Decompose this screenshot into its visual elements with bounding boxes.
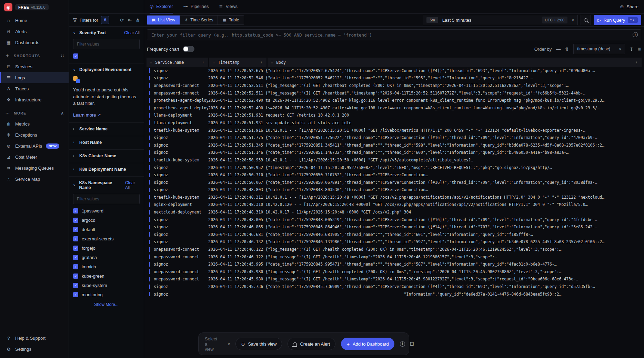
log-row[interactable]: onepassword-connect 2026-04-11 17:20:52.… <box>147 89 642 97</box>
filter-query-input[interactable] <box>147 29 641 40</box>
namespace-checkbox-row[interactable]: ✓ immich <box>73 264 140 269</box>
checkbox-checked-icon[interactable]: ✓ <box>73 246 78 251</box>
sidebar-item[interactable]: ⊚ External APIs NEW <box>0 140 69 151</box>
section-title[interactable]: K8s Namespace Name <box>79 180 122 190</box>
severity-checkbox-row[interactable]: ✓ <box>73 53 140 59</box>
save-view-button[interactable]: ⊙ Save this view <box>235 338 282 350</box>
sidebar-item[interactable]: ❖ Infrastructure <box>0 94 69 105</box>
log-row[interactable]: nextcloud-deployment 2026-04-11 17:20:48… <box>147 208 642 216</box>
sidebar-item[interactable]: ▦ Dashboards <box>0 37 69 48</box>
sidebar-item[interactable]: ⚙ Settings <box>0 344 69 355</box>
sidebar-item[interactable]: ⌂ Home <box>0 15 69 26</box>
checkbox-checked-icon[interactable]: ✓ <box>73 283 78 288</box>
add-to-dashboard-button[interactable]: + Add to Dashboard <box>341 338 394 350</box>
checkbox-checked-icon[interactable]: ✓ <box>73 208 78 213</box>
chevron-down-icon[interactable]: ∨ <box>73 68 77 72</box>
section-title[interactable]: Deployment Environment <box>79 67 131 72</box>
log-row[interactable]: nginx-deployment 2026-04-11 17:20:48.310… <box>147 201 642 209</box>
log-row[interactable]: prometheus-agent-deployment 2026-04-11 1… <box>147 97 642 104</box>
top-tab[interactable]: ◎ Explorer <box>150 0 173 13</box>
chevron-down-icon[interactable]: ∨ <box>73 31 77 35</box>
frequency-chart-toggle[interactable] <box>183 46 194 52</box>
namespace-checkbox-row[interactable]: ✓ 1password <box>73 208 140 213</box>
namespace-checkbox-row[interactable]: ✓ monitoring <box>73 292 140 297</box>
filter-section-collapsed[interactable]: › Service Name <box>69 123 144 136</box>
time-range-picker[interactable]: 5m Last 5 minutes UTC + 2:00 ∨ <box>423 15 578 25</box>
checkbox-checked-icon[interactable]: ✓ <box>73 292 78 297</box>
log-row[interactable]: signoz 2026-04-11 17:20:46.132 {"date_ti… <box>147 238 642 246</box>
log-row[interactable]: onepassword-connect 2026-04-11 17:20:46.… <box>147 246 642 253</box>
column-menu-icon[interactable]: ⋮ <box>201 60 205 65</box>
sidebar-item[interactable]: ılı Metrics <box>0 118 69 129</box>
top-tab[interactable]: ≣ Views <box>219 0 238 13</box>
checkbox-checked-icon[interactable]: ✓ <box>73 53 78 59</box>
learn-more-link[interactable]: Learn more ↗ <box>73 112 101 118</box>
clear-all-link[interactable]: Clear All <box>124 30 140 35</box>
sidebar-item[interactable]: ☰ Logs <box>0 72 69 83</box>
filter-section-collapsed[interactable]: › K8s Cluster Name <box>69 150 144 163</box>
log-row[interactable]: traefik-kube-system 2026-04-11 17:20:48.… <box>147 193 642 201</box>
log-row[interactable]: signoz 2026-04-11 17:20:45.995 {"date_ti… <box>147 260 642 268</box>
download-icon[interactable]: ↧ <box>630 47 633 52</box>
log-row[interactable]: signoz 2026-04-11 17:20:52.675 {"date_ti… <box>147 67 642 74</box>
zoom-out-button[interactable] <box>581 15 591 25</box>
checkbox-checked-icon[interactable]: ✓ <box>73 264 78 269</box>
column-header-service[interactable]: ⠿ Service.name ⋮ <box>147 58 208 67</box>
order-by-select[interactable]: timestamp (desc) ∨ <box>573 44 625 54</box>
log-row[interactable]: signoz 2026-04-11 17:20:50.067 {"date_ti… <box>147 179 642 186</box>
column-header-timestamp[interactable]: ⠿ Timestamp ⋮ <box>209 58 266 67</box>
checkbox-checked-icon[interactable]: ✓ <box>73 218 78 223</box>
section-title[interactable]: Severity Text <box>79 30 106 35</box>
filter-settings-icon[interactable]: ⋔ <box>136 18 140 23</box>
log-row[interactable]: traefik-kube-system 2026-04-11 17:20:50.… <box>147 156 642 164</box>
log-row[interactable]: signoz 2026-04-11 17:20:48.803 {"date_ti… <box>147 186 642 194</box>
log-row[interactable]: onepassword-connect 2026-04-11 17:20:46.… <box>147 253 642 261</box>
log-row[interactable]: signoz 2026-04-11 17:20:52.546 {"date_ti… <box>147 74 642 82</box>
view-tab[interactable]: ✳ Time Series <box>180 16 218 24</box>
namespace-filter-input[interactable] <box>73 194 140 204</box>
create-alert-button[interactable]: Create an Alert <box>288 338 335 350</box>
sidebar-item[interactable]: ∴ Service Map <box>0 173 69 185</box>
sidebar-item[interactable]: ⍾ Alerts <box>0 26 69 37</box>
top-tab[interactable]: ⊶ Pipelines <box>183 0 209 13</box>
view-tab[interactable]: ▦ Table <box>218 16 243 24</box>
log-row[interactable]: onepassword-connect 2026-04-11 17:20:45.… <box>147 268 642 276</box>
checkbox-checked-icon[interactable]: ✓ <box>73 274 78 279</box>
log-row[interactable]: signoz 2026-04-11 17:20:51.775 {"date_ti… <box>147 134 642 141</box>
log-row[interactable]: signoz 2026-04-11 17:20:50.710 {"date_ti… <box>147 171 642 179</box>
sort-arrows-icon[interactable]: ⇅ <box>565 47 569 52</box>
log-row[interactable]: signoz 2026-04-11 17:20:50.952 {"timesta… <box>147 164 642 171</box>
sidebar-item[interactable]: ⊿ Cost Meter <box>0 151 69 162</box>
clear-all-link[interactable]: Clear All <box>125 180 140 190</box>
log-row[interactable]: signoz 2026-04-11 17:20:46.681 {"date_ti… <box>147 231 642 238</box>
view-tab[interactable]: ▤ List View <box>147 16 180 24</box>
shortcuts-list-icon[interactable]: ∷ <box>61 53 64 58</box>
sidebar-section-more[interactable]: ⋯ MORE ∧ <box>0 108 69 118</box>
namespace-checkbox-row[interactable]: ✓ grafana <box>73 255 140 260</box>
run-query-button[interactable]: ▷ Run Query ^ ↵ <box>594 15 641 25</box>
sidebar-item[interactable]: ⊟ Services <box>0 61 69 72</box>
chevron-up-icon[interactable]: ∧ <box>61 111 64 116</box>
sidebar-item[interactable]: ❋ Exceptions <box>0 129 69 140</box>
log-row[interactable]: signoz 2026-04-11 17:20:48.005 {"date_ti… <box>147 216 642 223</box>
drag-handle-icon[interactable]: ⠿ <box>271 60 273 64</box>
filter-section-collapsed[interactable]: › K8s Deployment Name <box>69 163 144 177</box>
refresh-icon[interactable]: ⟳ <box>120 18 124 23</box>
namespace-checkbox-row[interactable]: ✓ forgejo <box>73 246 140 251</box>
namespace-checkbox-row[interactable]: ✓ kube-green <box>73 274 140 279</box>
log-row[interactable]: signoz "Information","query_id":"de6ed37… <box>147 290 642 298</box>
show-more-link[interactable]: Show More... <box>73 302 140 307</box>
log-row[interactable]: signoz 2026-04-11 17:20:51.146 {"date_ti… <box>147 149 642 157</box>
log-row[interactable]: traefik-kube-system 2026-04-11 17:20:51.… <box>147 127 642 134</box>
severity-filter-input[interactable] <box>73 39 140 49</box>
checkbox-checked-icon[interactable]: ✓ <box>73 227 78 232</box>
query-chip-a[interactable]: A <box>101 16 109 24</box>
log-row[interactable]: onepassword-connect 2026-04-11 17:20:52.… <box>147 82 642 89</box>
log-row[interactable]: signoz 2026-04-11 17:20:51.345 {"date_ti… <box>147 141 642 149</box>
log-row[interactable]: llama-deployment 2026-04-11 17:20:51.931… <box>147 119 642 127</box>
log-row[interactable]: llama-deployment 2026-04-11 17:20:51.931… <box>147 112 642 119</box>
sidebar-item[interactable]: ≋ Messaging Queues <box>0 162 69 173</box>
drag-handle-icon[interactable]: ⠿ <box>150 60 152 64</box>
select-view-dropdown[interactable]: Select a view ∨ <box>205 336 230 352</box>
brand-area[interactable]: ◉ FREE v0.118.0 <box>0 0 69 15</box>
